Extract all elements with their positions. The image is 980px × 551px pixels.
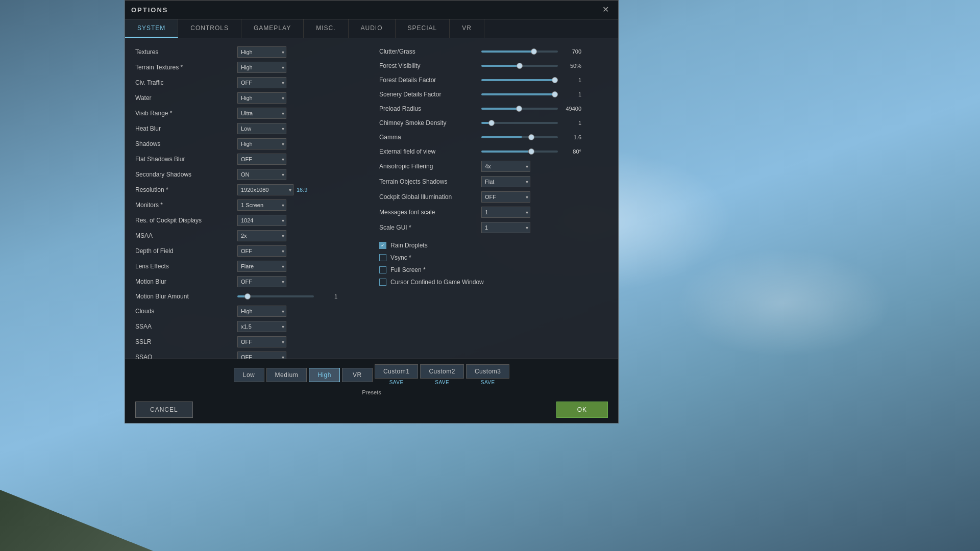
right-section: Clutter/Grass 700 Forest Visibility 50% [379, 44, 608, 359]
dropdown-terrain-textures[interactable]: High [237, 62, 286, 73]
slider-gamma[interactable] [481, 136, 558, 138]
dropdown-cockpit-displays[interactable]: 1024 [237, 215, 286, 226]
label-depth-of-field: Depth of Field [135, 247, 237, 255]
checkbox-rain-droplets[interactable] [379, 242, 386, 249]
dropdown-heat-blur[interactable]: Low [237, 123, 286, 134]
dropdown-messages-font-scale[interactable]: 1 [481, 207, 530, 218]
presets-row: Low Medium High VR Custom1 SAVE Custom2 … [234, 364, 510, 385]
dropdown-scale-gui[interactable]: 1 [481, 222, 530, 233]
setting-ssao: SSAO OFF [135, 349, 364, 359]
slider-external-fov[interactable] [481, 151, 558, 153]
checkbox-vsync[interactable] [379, 254, 386, 261]
dropdown-sslr[interactable]: OFF [237, 336, 286, 347]
slider-preload-radius[interactable] [481, 108, 558, 110]
dropdown-resolution[interactable]: 980x551 [237, 184, 293, 195]
value-forest-visibility: 50% [561, 63, 581, 69]
preset-custom2-button[interactable]: Custom2 [420, 364, 464, 379]
value-motion-blur-amount: 1 [317, 293, 337, 299]
preset-custom1-group: Custom1 SAVE [375, 364, 419, 385]
setting-clutter-grass: Clutter/Grass 700 [379, 44, 608, 59]
setting-clouds: Clouds High [135, 304, 364, 319]
dropdown-msaa[interactable]: 2x [237, 230, 286, 241]
dropdown-flat-shadows-blur[interactable]: OFF [237, 154, 286, 165]
label-motion-blur: Motion Blur [135, 278, 237, 285]
preset-custom1-save[interactable]: SAVE [389, 380, 404, 385]
slider-wrap-chimney-smoke-density: 1 [481, 120, 608, 126]
dropdown-clouds[interactable]: High [237, 306, 286, 317]
checkbox-cursor-confined[interactable] [379, 279, 386, 286]
dropdown-terrain-objects-shadows[interactable]: Flat [481, 176, 530, 187]
dropdown-lens-effects[interactable]: Flare [237, 261, 286, 272]
dropdown-textures[interactable]: High [237, 46, 286, 58]
label-fullscreen: Full Screen * [390, 266, 426, 273]
dropdown-civ-traffic[interactable]: OFF [237, 77, 286, 88]
label-shadows: Shadows [135, 140, 237, 147]
label-ssao: SSAO [135, 354, 237, 359]
dropdown-anisotropic-filtering[interactable]: 4x [481, 161, 530, 172]
slider-wrap-forest-visibility: 50% [481, 63, 608, 69]
dropdown-secondary-shadows[interactable]: ON [237, 169, 286, 180]
value-preload-radius: 49400 [561, 106, 581, 112]
dropdown-monitors[interactable]: 1 Screen [237, 199, 286, 211]
label-civ-traffic: Civ. Traffic [135, 79, 237, 86]
tab-vr[interactable]: VR [450, 19, 484, 38]
setting-gamma: Gamma 1.6 [379, 130, 608, 144]
label-resolution: Resolution * [135, 186, 237, 193]
slider-wrap-forest-details-factor: 1 [481, 77, 608, 83]
checkbox-fullscreen[interactable] [379, 266, 386, 273]
label-terrain-objects-shadows: Terrain Objects Shadows [379, 178, 481, 185]
dropdown-water[interactable]: High [237, 92, 286, 104]
label-terrain-textures: Terrain Textures * [135, 64, 237, 71]
label-ssaa: SSAA [135, 323, 237, 330]
label-chimney-smoke-density: Chimney Smoke Density [379, 119, 481, 127]
tab-misc[interactable]: MISC. [304, 19, 348, 38]
label-visib-range: Visib Range * [135, 110, 237, 117]
control-textures: High [237, 46, 364, 58]
preset-low-button[interactable]: Low [234, 368, 264, 382]
preset-custom2-group: Custom2 SAVE [420, 364, 464, 385]
dropdown-cockpit-global-illumination[interactable]: OFF [481, 191, 530, 203]
ok-button[interactable]: OK [556, 402, 608, 418]
resolution-wrap: 980x551 16:9 [237, 184, 307, 195]
dropdown-ssaa[interactable]: x1.5 [237, 321, 286, 332]
preset-vr-button[interactable]: VR [342, 368, 373, 382]
label-textures: Textures [135, 48, 237, 56]
label-forest-details-factor: Forest Details Factor [379, 77, 481, 84]
tab-audio[interactable]: AUDIO [349, 19, 396, 38]
dropdown-depth-of-field[interactable]: OFF [237, 245, 286, 257]
value-chimney-smoke-density: 1 [561, 120, 581, 126]
close-button[interactable]: ✕ [599, 5, 612, 15]
setting-depth-of-field: Depth of Field OFF [135, 243, 364, 259]
checkbox-row-rain-droplets: Rain Droplets [379, 239, 608, 252]
preset-medium-button[interactable]: Medium [266, 368, 307, 382]
setting-messages-font-scale: Messages font scale 1 [379, 205, 608, 220]
slider-scenery-details-factor[interactable] [481, 93, 558, 95]
slider-forest-details-factor[interactable] [481, 79, 558, 81]
checkbox-row-cursor-confined: Cursor Confined to Game Window [379, 276, 608, 288]
slider-chimney-smoke-density[interactable] [481, 122, 558, 124]
label-scenery-details-factor: Scenery Details Factor [379, 91, 481, 98]
slider-motion-blur-amount[interactable] [237, 295, 314, 297]
preset-custom3-save[interactable]: SAVE [481, 380, 495, 385]
cancel-button[interactable]: CANCEL [135, 402, 193, 418]
dropdown-ssao[interactable]: OFF [237, 352, 286, 359]
tab-gameplay[interactable]: GAMEPLAY [241, 19, 304, 38]
preset-custom3-button[interactable]: Custom3 [466, 364, 510, 379]
tab-system[interactable]: SYSTEM [125, 19, 178, 38]
preset-high-button[interactable]: High [309, 368, 340, 382]
slider-clutter-grass[interactable] [481, 51, 558, 53]
setting-shadows: Shadows High [135, 136, 364, 152]
dropdown-shadows[interactable]: High [237, 138, 286, 149]
preset-custom2-save[interactable]: SAVE [435, 380, 449, 385]
label-sslr: SSLR [135, 338, 237, 345]
tab-controls[interactable]: CONTROLS [178, 19, 241, 38]
tab-special[interactable]: SPECIAL [396, 19, 450, 38]
dropdown-visib-range[interactable]: Ultra [237, 108, 286, 119]
value-external-fov: 80° [561, 148, 581, 155]
label-external-fov: External field of view [379, 148, 481, 155]
setting-cockpit-global-illumination: Cockpit Global Illumination OFF [379, 189, 608, 205]
preset-custom1-button[interactable]: Custom1 [375, 364, 419, 379]
slider-forest-visibility[interactable] [481, 65, 558, 67]
label-clutter-grass: Clutter/Grass [379, 48, 481, 55]
dropdown-motion-blur[interactable]: OFF [237, 276, 286, 287]
